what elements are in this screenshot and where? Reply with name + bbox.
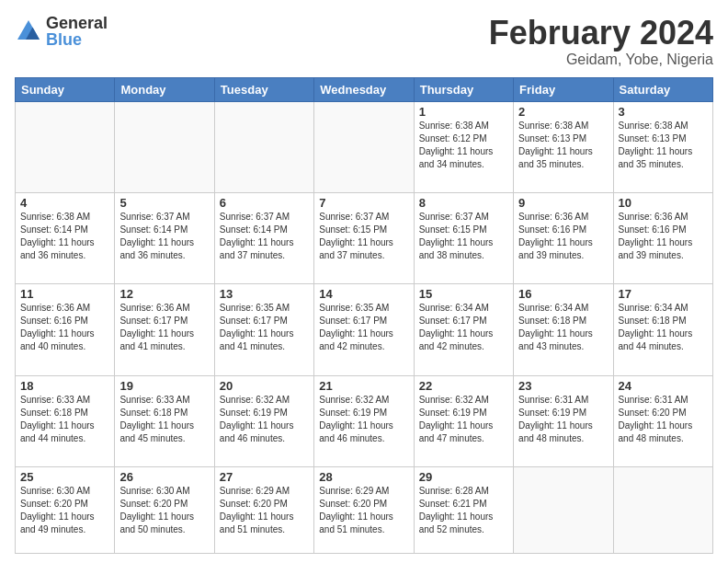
calendar-cell: 13Sunrise: 6:35 AM Sunset: 6:17 PM Dayli… bbox=[214, 284, 313, 375]
calendar-cell: 15Sunrise: 6:34 AM Sunset: 6:17 PM Dayli… bbox=[414, 284, 513, 375]
day-number: 10 bbox=[619, 196, 708, 210]
calendar-cell: 28Sunrise: 6:29 AM Sunset: 6:20 PM Dayli… bbox=[314, 467, 414, 554]
calendar-cell: 22Sunrise: 6:32 AM Sunset: 6:19 PM Dayli… bbox=[414, 375, 513, 466]
calendar-cell: 10Sunrise: 6:36 AM Sunset: 6:16 PM Dayli… bbox=[613, 193, 712, 284]
day-number: 3 bbox=[619, 105, 708, 119]
day-info: Sunrise: 6:37 AM Sunset: 6:14 PM Dayligh… bbox=[119, 211, 209, 262]
day-number: 1 bbox=[419, 105, 508, 119]
day-info: Sunrise: 6:34 AM Sunset: 6:18 PM Dayligh… bbox=[518, 302, 608, 353]
day-number: 23 bbox=[518, 379, 608, 393]
logo-text: General Blue bbox=[46, 15, 108, 48]
day-info: Sunrise: 6:30 AM Sunset: 6:20 PM Dayligh… bbox=[20, 485, 109, 536]
calendar-cell bbox=[514, 467, 613, 554]
day-info: Sunrise: 6:38 AM Sunset: 6:13 PM Dayligh… bbox=[518, 120, 608, 171]
day-number: 16 bbox=[518, 287, 608, 301]
calendar-cell bbox=[613, 467, 712, 554]
subtitle: Geidam, Yobe, Nigeria bbox=[489, 52, 713, 68]
day-info: Sunrise: 6:38 AM Sunset: 6:14 PM Dayligh… bbox=[20, 211, 109, 262]
day-number: 13 bbox=[220, 287, 309, 301]
calendar-cell: 8Sunrise: 6:37 AM Sunset: 6:15 PM Daylig… bbox=[414, 193, 513, 284]
calendar-cell: 9Sunrise: 6:36 AM Sunset: 6:16 PM Daylig… bbox=[514, 193, 613, 284]
logo: General Blue bbox=[15, 15, 108, 48]
day-info: Sunrise: 6:38 AM Sunset: 6:13 PM Dayligh… bbox=[619, 120, 708, 171]
week-row-2: 4Sunrise: 6:38 AM Sunset: 6:14 PM Daylig… bbox=[16, 193, 713, 284]
calendar-cell bbox=[115, 101, 214, 192]
calendar-cell: 18Sunrise: 6:33 AM Sunset: 6:18 PM Dayli… bbox=[16, 375, 115, 466]
calendar-cell: 17Sunrise: 6:34 AM Sunset: 6:18 PM Dayli… bbox=[613, 284, 712, 375]
calendar-cell: 25Sunrise: 6:30 AM Sunset: 6:20 PM Dayli… bbox=[16, 467, 115, 554]
page: General Blue February 2024 Geidam, Yobe,… bbox=[0, 0, 728, 563]
day-info: Sunrise: 6:32 AM Sunset: 6:19 PM Dayligh… bbox=[220, 394, 309, 445]
calendar-cell: 20Sunrise: 6:32 AM Sunset: 6:19 PM Dayli… bbox=[214, 375, 313, 466]
day-number: 29 bbox=[419, 470, 508, 484]
day-number: 19 bbox=[119, 379, 209, 393]
calendar-table: SundayMondayTuesdayWednesdayThursdayFrid… bbox=[15, 77, 713, 554]
week-row-5: 25Sunrise: 6:30 AM Sunset: 6:20 PM Dayli… bbox=[16, 467, 713, 554]
day-info: Sunrise: 6:38 AM Sunset: 6:12 PM Dayligh… bbox=[419, 120, 508, 171]
day-number: 26 bbox=[119, 470, 209, 484]
day-number: 2 bbox=[518, 105, 608, 119]
day-number: 11 bbox=[20, 287, 109, 301]
week-row-4: 18Sunrise: 6:33 AM Sunset: 6:18 PM Dayli… bbox=[16, 375, 713, 466]
day-number: 21 bbox=[319, 379, 408, 393]
title-area: February 2024 Geidam, Yobe, Nigeria bbox=[489, 15, 713, 68]
day-number: 20 bbox=[220, 379, 309, 393]
day-number: 27 bbox=[220, 470, 309, 484]
day-info: Sunrise: 6:29 AM Sunset: 6:20 PM Dayligh… bbox=[319, 485, 408, 536]
calendar-cell bbox=[16, 101, 115, 192]
day-info: Sunrise: 6:35 AM Sunset: 6:17 PM Dayligh… bbox=[220, 302, 309, 353]
day-number: 9 bbox=[518, 196, 608, 210]
day-header-thursday: Thursday bbox=[414, 77, 513, 101]
day-number: 15 bbox=[419, 287, 508, 301]
day-header-friday: Friday bbox=[514, 77, 613, 101]
calendar-cell: 6Sunrise: 6:37 AM Sunset: 6:14 PM Daylig… bbox=[214, 193, 313, 284]
week-row-1: 1Sunrise: 6:38 AM Sunset: 6:12 PM Daylig… bbox=[16, 101, 713, 192]
day-info: Sunrise: 6:31 AM Sunset: 6:20 PM Dayligh… bbox=[619, 394, 708, 445]
calendar-header-row: SundayMondayTuesdayWednesdayThursdayFrid… bbox=[16, 77, 713, 101]
day-info: Sunrise: 6:29 AM Sunset: 6:20 PM Dayligh… bbox=[220, 485, 309, 536]
day-info: Sunrise: 6:37 AM Sunset: 6:15 PM Dayligh… bbox=[319, 211, 408, 262]
calendar-cell: 5Sunrise: 6:37 AM Sunset: 6:14 PM Daylig… bbox=[115, 193, 214, 284]
calendar-cell: 14Sunrise: 6:35 AM Sunset: 6:17 PM Dayli… bbox=[314, 284, 414, 375]
day-header-wednesday: Wednesday bbox=[314, 77, 414, 101]
day-number: 17 bbox=[619, 287, 708, 301]
day-info: Sunrise: 6:37 AM Sunset: 6:15 PM Dayligh… bbox=[419, 211, 508, 262]
day-number: 4 bbox=[20, 196, 109, 210]
calendar-cell bbox=[314, 101, 414, 192]
day-info: Sunrise: 6:32 AM Sunset: 6:19 PM Dayligh… bbox=[419, 394, 508, 445]
day-info: Sunrise: 6:31 AM Sunset: 6:19 PM Dayligh… bbox=[518, 394, 608, 445]
calendar-cell: 29Sunrise: 6:28 AM Sunset: 6:21 PM Dayli… bbox=[414, 467, 513, 554]
day-header-tuesday: Tuesday bbox=[214, 77, 313, 101]
day-header-sunday: Sunday bbox=[16, 77, 115, 101]
calendar-cell: 1Sunrise: 6:38 AM Sunset: 6:12 PM Daylig… bbox=[414, 101, 513, 192]
day-header-monday: Monday bbox=[115, 77, 214, 101]
calendar-cell: 16Sunrise: 6:34 AM Sunset: 6:18 PM Dayli… bbox=[514, 284, 613, 375]
calendar-cell: 11Sunrise: 6:36 AM Sunset: 6:16 PM Dayli… bbox=[16, 284, 115, 375]
calendar-cell: 23Sunrise: 6:31 AM Sunset: 6:19 PM Dayli… bbox=[514, 375, 613, 466]
calendar-cell: 7Sunrise: 6:37 AM Sunset: 6:15 PM Daylig… bbox=[314, 193, 414, 284]
day-info: Sunrise: 6:36 AM Sunset: 6:16 PM Dayligh… bbox=[518, 211, 608, 262]
day-info: Sunrise: 6:36 AM Sunset: 6:17 PM Dayligh… bbox=[119, 302, 209, 353]
day-info: Sunrise: 6:33 AM Sunset: 6:18 PM Dayligh… bbox=[20, 394, 109, 445]
day-number: 8 bbox=[419, 196, 508, 210]
day-number: 24 bbox=[619, 379, 708, 393]
day-number: 6 bbox=[220, 196, 309, 210]
day-info: Sunrise: 6:36 AM Sunset: 6:16 PM Dayligh… bbox=[619, 211, 708, 262]
logo-icon bbox=[15, 17, 42, 45]
day-info: Sunrise: 6:35 AM Sunset: 6:17 PM Dayligh… bbox=[319, 302, 408, 353]
day-number: 7 bbox=[319, 196, 408, 210]
day-number: 5 bbox=[119, 196, 209, 210]
calendar-cell: 27Sunrise: 6:29 AM Sunset: 6:20 PM Dayli… bbox=[214, 467, 313, 554]
logo-blue: Blue bbox=[46, 31, 108, 48]
day-info: Sunrise: 6:32 AM Sunset: 6:19 PM Dayligh… bbox=[319, 394, 408, 445]
day-info: Sunrise: 6:34 AM Sunset: 6:17 PM Dayligh… bbox=[419, 302, 508, 353]
main-title: February 2024 bbox=[489, 15, 713, 52]
day-info: Sunrise: 6:33 AM Sunset: 6:18 PM Dayligh… bbox=[119, 394, 209, 445]
calendar-cell: 19Sunrise: 6:33 AM Sunset: 6:18 PM Dayli… bbox=[115, 375, 214, 466]
day-header-saturday: Saturday bbox=[613, 77, 712, 101]
calendar-cell: 26Sunrise: 6:30 AM Sunset: 6:20 PM Dayli… bbox=[115, 467, 214, 554]
logo-general: General bbox=[46, 15, 108, 31]
day-number: 28 bbox=[319, 470, 408, 484]
calendar-cell: 24Sunrise: 6:31 AM Sunset: 6:20 PM Dayli… bbox=[613, 375, 712, 466]
day-number: 18 bbox=[20, 379, 109, 393]
